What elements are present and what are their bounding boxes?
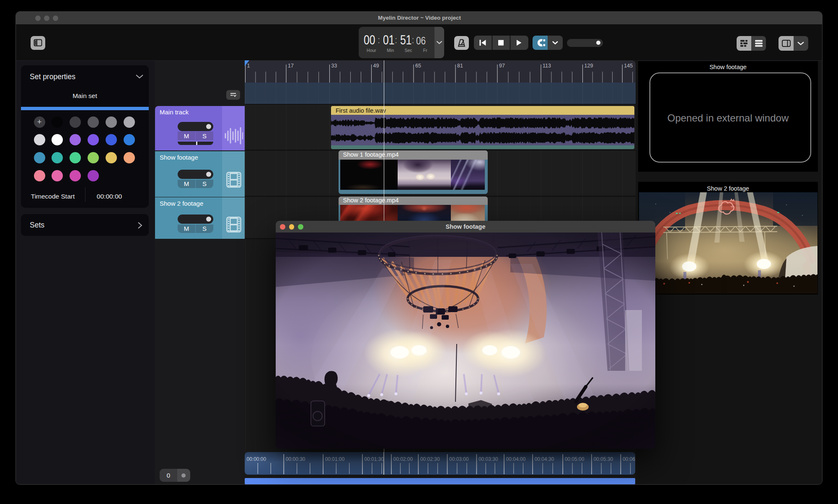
svg-text:33: 33 [331, 63, 337, 69]
svg-text:00:05:30: 00:05:30 [593, 456, 613, 462]
svg-text:00:03:00: 00:03:00 [449, 456, 469, 462]
svg-text:17: 17 [288, 63, 294, 69]
svg-text:00:06:0: 00:06:0 [623, 456, 635, 462]
svg-text:81: 81 [457, 63, 463, 69]
svg-text:00:02:00: 00:02:00 [393, 456, 413, 462]
svg-text:00:00:30: 00:00:30 [286, 456, 305, 462]
svg-text:00:01:00: 00:01:00 [325, 456, 345, 462]
svg-text:1: 1 [247, 63, 250, 69]
svg-text:97: 97 [499, 63, 505, 69]
svg-text:00:05:00: 00:05:00 [565, 456, 585, 462]
svg-text:113: 113 [543, 63, 551, 69]
svg-text:00:02:30: 00:02:30 [420, 456, 440, 462]
svg-text:00:03:30: 00:03:30 [478, 456, 498, 462]
svg-text:00:00:00: 00:00:00 [247, 456, 266, 462]
svg-text:00:01:30: 00:01:30 [364, 456, 384, 462]
svg-text:129: 129 [585, 63, 593, 69]
svg-text:00:04:30: 00:04:30 [535, 456, 554, 462]
svg-text:00:04:00: 00:04:00 [506, 456, 526, 462]
svg-text:49: 49 [373, 63, 379, 69]
svg-text:145: 145 [624, 63, 633, 69]
svg-text:65: 65 [415, 63, 421, 69]
